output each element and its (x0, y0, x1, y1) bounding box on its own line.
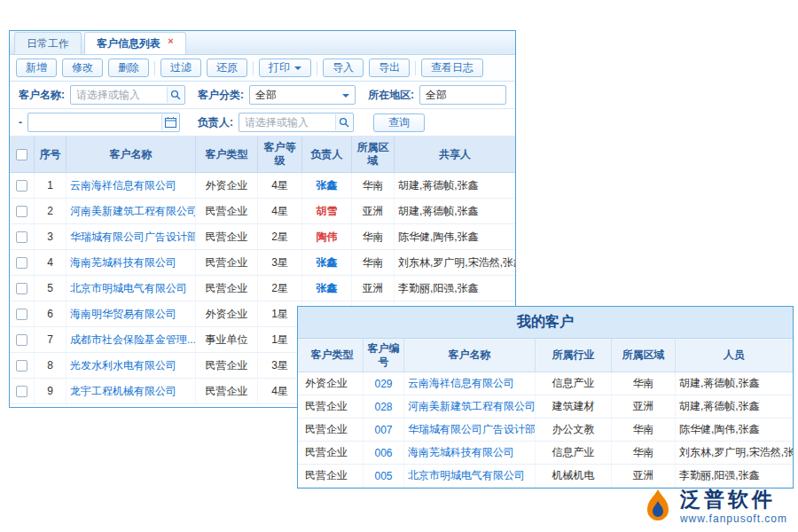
people: 胡建,蒋德帧,张鑫 (676, 372, 793, 395)
customer-code-link[interactable]: 028 (364, 395, 404, 418)
toolbar-button-export[interactable]: 导出 (369, 59, 410, 77)
manager-link[interactable]: 胡雪 (302, 199, 352, 223)
my-customers-title: 我的客户 (298, 307, 793, 339)
customer-name-link[interactable]: 北京市明城电气有限公司 (66, 276, 196, 301)
search-icon[interactable] (167, 87, 184, 103)
row-checkbox-cell (10, 173, 35, 198)
toolbar-button-import[interactable]: 导入 (323, 59, 364, 77)
industry: 信息产业 (536, 442, 612, 464)
region: 华南 (612, 372, 676, 395)
customer-name-link[interactable]: 华瑞城有限公司广告设计部 (66, 224, 196, 249)
table-row[interactable]: 3华瑞城有限公司广告设计部民营企业2星陶伟华南陈华健,陶伟,张鑫 (10, 224, 515, 250)
toolbar-button-print[interactable]: 打印 (259, 59, 311, 77)
customer-type: 外资企业 (298, 372, 364, 395)
header-region: 所属区域 (352, 137, 395, 172)
row-checkbox[interactable] (16, 206, 27, 217)
shared-with: 胡建,蒋德帧,张鑫 (395, 173, 515, 198)
customer-name-link[interactable]: 北京市明城电气有限公司 (404, 465, 536, 487)
date-input[interactable] (27, 113, 180, 132)
toolbar-button-restore[interactable]: 还原 (207, 59, 247, 77)
my-customer-row[interactable]: 民营企业007华瑞城有限公司广告设计部办公文教华南陈华健,陶伟,张鑫 (298, 419, 793, 442)
search-icon[interactable] (335, 114, 352, 130)
my-customer-row[interactable]: 外资企业029云南海祥信息有限公司信息产业华南胡建,蒋德帧,张鑫 (298, 372, 793, 395)
header-region: 所属区域 (612, 339, 676, 372)
row-checkbox[interactable] (16, 334, 27, 346)
toolbar-button-add[interactable]: 新增 (16, 59, 57, 77)
people: 胡建,蒋德帧,张鑫 (676, 395, 793, 418)
row-checkbox-cell (10, 276, 35, 301)
customer-level: 3星 (258, 353, 302, 378)
filter-row-1: 客户名称: 请选择或输入 客户分类: 全部 所在地区: 全部 (10, 82, 515, 109)
toolbar-button-edit[interactable]: 修改 (62, 59, 103, 77)
my-customer-row[interactable]: 民营企业028河南美新建筑工程有限公司建筑建材亚洲胡建,蒋德帧,张鑫 (298, 395, 793, 419)
calendar-icon[interactable] (161, 114, 178, 130)
customer-name-input[interactable]: 请选择或输入 (70, 85, 185, 105)
table-row[interactable]: 2河南美新建筑工程有限公司民营企业4星胡雪亚洲胡建,蒋德帧,张鑫 (10, 199, 515, 224)
region-filter-select[interactable]: 全部 (419, 85, 506, 105)
manager-input[interactable]: 请选择或输入 (239, 113, 354, 132)
toolbar-button-filter[interactable]: 过滤 (160, 59, 201, 77)
customer-code-link[interactable]: 007 (364, 419, 404, 441)
tab-daily-work[interactable]: 日常工作 (14, 32, 82, 54)
table-row[interactable]: 4海南芜城科技有限公司民营企业3星张鑫华南刘东林,罗广明,宋浩然,张鑫 (10, 250, 515, 276)
my-customers-header: 客户类型 客户编号 客户名称 所属行业 所属区域 人员 (298, 339, 793, 372)
customer-name-link[interactable]: 海南明华贸易有限公司 (66, 301, 196, 326)
row-checkbox[interactable] (16, 386, 27, 397)
customer-name-link[interactable]: 光发水利水电有限公司 (66, 353, 196, 378)
customer-name-link[interactable]: 河南美新建筑工程有限公司 (404, 395, 536, 418)
tab-customer-list[interactable]: 客户信息列表 × (84, 32, 186, 54)
close-tab-icon[interactable]: × (168, 35, 173, 46)
row-checkbox[interactable] (16, 257, 27, 269)
chevron-down-icon (342, 94, 349, 98)
shared-with: 胡建,蒋德帧,张鑫 (395, 199, 515, 223)
customer-code-link[interactable]: 029 (364, 372, 404, 395)
customer-name-link[interactable]: 云南海祥信息有限公司 (66, 173, 196, 198)
my-customers-body: 外资企业029云南海祥信息有限公司信息产业华南胡建,蒋德帧,张鑫民营企业028河… (298, 372, 793, 488)
row-checkbox[interactable] (16, 309, 27, 320)
customer-code-link[interactable]: 005 (364, 465, 404, 487)
header-customer-type: 客户类型 (298, 339, 364, 372)
customer-code-link[interactable]: 006 (364, 442, 404, 464)
customer-name-link[interactable]: 华瑞城有限公司广告设计部 (404, 419, 536, 441)
manager-link[interactable]: 张鑫 (302, 276, 352, 301)
manager-link[interactable]: 张鑫 (302, 250, 352, 275)
customer-name-link[interactable]: 海南芜城科技有限公司 (404, 442, 536, 464)
table-row[interactable]: 1云南海祥信息有限公司外资企业4星张鑫华南胡建,蒋德帧,张鑫 (10, 173, 515, 199)
row-no: 7 (35, 327, 66, 352)
customer-name-link[interactable]: 河南美新建筑工程有限公司 (66, 199, 196, 223)
row-checkbox[interactable] (16, 231, 27, 243)
customer-category-label: 客户分类: (198, 88, 244, 103)
my-customer-row[interactable]: 民营企业005北京市明城电气有限公司机械机电亚洲李勤丽,阳强,张鑫 (298, 465, 793, 488)
toolbar-button-delete[interactable]: 删除 (108, 59, 149, 77)
customer-category-select[interactable]: 全部 (249, 85, 356, 105)
table-row[interactable]: 5北京市明城电气有限公司民营企业2星张鑫亚洲李勤丽,阳强,张鑫 (10, 276, 515, 301)
desktop: 日常工作 客户信息列表 × 新增修改删除过滤还原打印导入导出查看日志 客户名称:… (0, 0, 798, 532)
region-filter-value: 全部 (426, 88, 447, 103)
region: 华南 (352, 250, 395, 275)
header-no: 序号 (35, 137, 66, 172)
query-button[interactable]: 查询 (373, 113, 425, 132)
customer-name-link[interactable]: 龙宇工程机械有限公司 (66, 379, 196, 403)
customer-type: 民营企业 (298, 419, 364, 441)
row-checkbox[interactable] (16, 360, 27, 372)
row-checkbox[interactable] (16, 283, 27, 294)
customer-name-link[interactable]: 成都市社会保险基金管理... (66, 327, 196, 352)
row-checkbox[interactable] (16, 180, 27, 192)
row-no: 2 (35, 199, 66, 223)
manager-link[interactable]: 张鑫 (302, 173, 352, 198)
toolbar: 新增修改删除过滤还原打印导入导出查看日志 (10, 55, 515, 82)
customer-type: 民营企业 (196, 379, 258, 403)
manager-placeholder: 请选择或输入 (245, 115, 309, 130)
tab-bar: 日常工作 客户信息列表 × (10, 31, 515, 55)
customer-type: 民营企业 (196, 353, 258, 378)
manager-link[interactable]: 陶伟 (302, 224, 352, 249)
toolbar-button-view-log[interactable]: 查看日志 (421, 59, 483, 77)
tab-daily-work-label: 日常工作 (27, 37, 69, 50)
manager-filter-label: 负责人: (198, 115, 233, 130)
customer-name-link[interactable]: 云南海祥信息有限公司 (404, 372, 536, 395)
customer-level: 3星 (258, 250, 302, 275)
my-customer-row[interactable]: 民营企业006海南芜城科技有限公司信息产业华南刘东林,罗广明,宋浩然,张鑫 (298, 442, 793, 465)
customer-name-link[interactable]: 海南芜城科技有限公司 (66, 250, 196, 275)
select-all-checkbox[interactable] (16, 149, 27, 160)
filter-panel: 客户名称: 请选择或输入 客户分类: 全部 所在地区: 全部 - (10, 82, 515, 137)
